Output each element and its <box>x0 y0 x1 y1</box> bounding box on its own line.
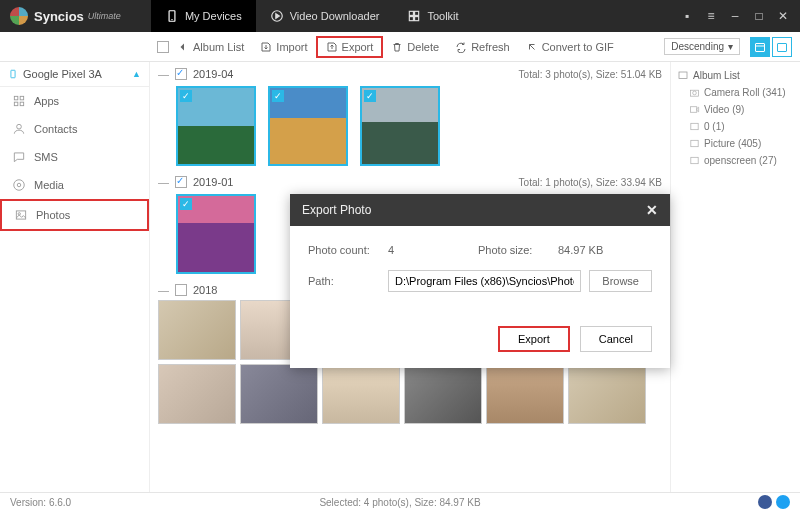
photo-thumbnail[interactable] <box>486 364 564 424</box>
facebook-icon[interactable] <box>758 495 772 509</box>
export-icon <box>326 41 338 53</box>
tab-label: Video Downloader <box>290 10 380 22</box>
back-arrow-icon <box>177 41 189 53</box>
nav-apps[interactable]: Apps <box>0 87 149 115</box>
refresh-button[interactable]: Refresh <box>447 36 518 58</box>
photo-count-label: Photo count: <box>308 244 388 256</box>
album-list-button[interactable]: Album List <box>169 36 252 58</box>
photo-thumbnail[interactable]: ✓ <box>176 194 256 274</box>
grid-icon <box>407 9 421 23</box>
btn-label: Delete <box>407 41 439 53</box>
tab-video-downloader[interactable]: Video Downloader <box>256 0 394 32</box>
photo-size-value: 84.97 KB <box>558 244 648 256</box>
photo-thumbnail[interactable] <box>158 300 236 360</box>
nav-photos[interactable]: Photos <box>0 199 149 231</box>
svg-rect-10 <box>778 43 787 51</box>
svg-rect-7 <box>415 17 419 21</box>
sms-icon <box>12 150 26 164</box>
export-button[interactable]: Export <box>316 36 384 58</box>
photo-thumbnail[interactable] <box>568 364 646 424</box>
image-icon <box>689 138 700 149</box>
close-icon[interactable]: ✕ <box>646 202 658 218</box>
nav-media[interactable]: Media <box>0 171 149 199</box>
album-label: Camera Roll (341) <box>704 87 786 98</box>
btn-label: Import <box>276 41 307 53</box>
calendar-grid-icon <box>754 41 766 53</box>
collapse-icon[interactable]: — <box>158 68 169 80</box>
grid-view-button[interactable] <box>750 37 770 57</box>
import-button[interactable]: Import <box>252 36 315 58</box>
menu-icon[interactable]: ≡ <box>704 9 718 23</box>
photo-thumbnail[interactable] <box>404 364 482 424</box>
dialog-titlebar: Export Photo ✕ <box>290 194 670 226</box>
photo-thumbnail[interactable]: ✓ <box>268 86 348 166</box>
photo-thumbnail[interactable]: ✓ <box>360 86 440 166</box>
path-input[interactable] <box>388 270 581 292</box>
play-icon <box>270 9 284 23</box>
chat-icon[interactable]: ▪ <box>680 9 694 23</box>
svg-rect-26 <box>691 140 698 146</box>
app-tier: Ultimate <box>88 11 121 21</box>
album-item[interactable]: 0 (1) <box>675 118 796 135</box>
photo-thumbnail[interactable] <box>322 364 400 424</box>
group-checkbox[interactable] <box>175 284 187 296</box>
device-selector[interactable]: Google Pixel 3A ▲ <box>0 62 149 87</box>
btn-label: Album List <box>193 41 244 53</box>
album-item[interactable]: Camera Roll (341) <box>675 84 796 101</box>
convert-icon <box>526 41 538 53</box>
minimize-icon[interactable]: – <box>728 9 742 23</box>
maximize-icon[interactable]: □ <box>752 9 766 23</box>
group-header[interactable]: — 2019-01 Total: 1 photo(s), Size: 33.94… <box>158 174 662 190</box>
svg-marker-3 <box>276 14 280 19</box>
photo-thumbnail[interactable]: ✓ <box>176 86 256 166</box>
svg-rect-25 <box>691 123 698 129</box>
selection-label: Selected: 4 photo(s), Size: 84.97 KB <box>319 497 480 508</box>
browse-button[interactable]: Browse <box>589 270 652 292</box>
collapse-icon[interactable]: — <box>158 176 169 188</box>
tab-my-devices[interactable]: My Devices <box>151 0 256 32</box>
album-item[interactable]: Video (9) <box>675 101 796 118</box>
close-icon[interactable]: ✕ <box>776 9 790 23</box>
group-checkbox[interactable] <box>175 176 187 188</box>
sort-button[interactable]: Descending ▾ <box>664 38 740 55</box>
group-checkbox[interactable] <box>175 68 187 80</box>
svg-rect-6 <box>410 17 414 21</box>
svg-rect-12 <box>14 96 18 100</box>
app-logo <box>10 7 28 25</box>
tab-label: Toolkit <box>427 10 458 22</box>
group-header[interactable]: — 2019-04 Total: 3 photo(s), Size: 51.04… <box>158 66 662 82</box>
nav-label: Media <box>34 179 64 191</box>
cancel-button[interactable]: Cancel <box>580 326 652 352</box>
twitter-icon[interactable] <box>776 495 790 509</box>
check-icon: ✓ <box>180 90 192 102</box>
export-confirm-button[interactable]: Export <box>498 326 570 352</box>
photo-thumbnail[interactable] <box>240 364 318 424</box>
nav-label: SMS <box>34 151 58 163</box>
photo-thumbnail[interactable] <box>158 364 236 424</box>
album-label: Picture (405) <box>704 138 761 149</box>
apps-icon <box>12 94 26 108</box>
album-item[interactable]: openscreen (27) <box>675 152 796 169</box>
dialog-title: Export Photo <box>302 203 371 217</box>
delete-button[interactable]: Delete <box>383 36 447 58</box>
sort-label: Descending <box>671 41 724 52</box>
photos-icon <box>14 208 28 222</box>
nav-label: Photos <box>36 209 70 221</box>
collapse-icon[interactable]: — <box>158 284 169 296</box>
album-label: openscreen (27) <box>704 155 777 166</box>
album-item[interactable]: Picture (405) <box>675 135 796 152</box>
btn-label: Convert to GIF <box>542 41 614 53</box>
toolbar: Album List Import Export Delete Refresh … <box>0 32 800 62</box>
titlebar: Syncios Ultimate My Devices Video Downlo… <box>0 0 800 32</box>
svg-rect-19 <box>16 211 25 219</box>
svg-rect-4 <box>410 11 414 15</box>
list-view-button[interactable] <box>772 37 792 57</box>
svg-rect-8 <box>756 43 765 51</box>
nav-label: Contacts <box>34 123 77 135</box>
tab-toolkit[interactable]: Toolkit <box>393 0 472 32</box>
convert-gif-button[interactable]: Convert to GIF <box>518 36 622 58</box>
select-all-checkbox[interactable] <box>157 41 169 53</box>
svg-point-23 <box>693 91 697 95</box>
nav-contacts[interactable]: Contacts <box>0 115 149 143</box>
nav-sms[interactable]: SMS <box>0 143 149 171</box>
